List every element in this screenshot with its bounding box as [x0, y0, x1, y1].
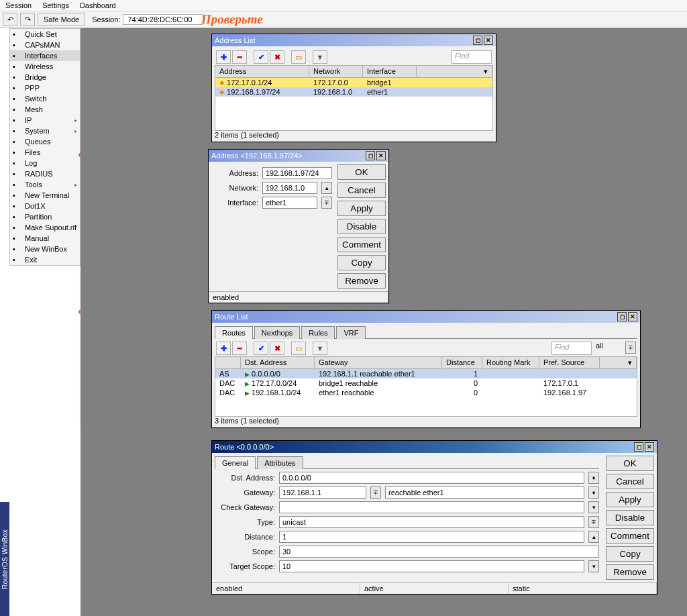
check-gateway-select[interactable] [279, 501, 584, 513]
add-button[interactable]: ✚ [216, 342, 231, 355]
sidebar-item-log[interactable]: ▪Log [10, 158, 80, 168]
filter-all-select[interactable]: all [596, 342, 624, 355]
col-routing-mark[interactable]: Routing Mark [482, 357, 539, 368]
close-icon[interactable]: ✕ [645, 442, 654, 452]
disable-button[interactable]: ✖ [270, 342, 284, 355]
sidebar-item-new-winbox[interactable]: ▪New WinBox [10, 244, 80, 254]
ok-button[interactable]: OK [337, 164, 386, 180]
interface-dropdown-icon[interactable]: ∓ [321, 197, 332, 209]
remove-button[interactable]: ━ [232, 342, 247, 355]
scope-input[interactable]: 30 [279, 546, 599, 558]
apply-button[interactable]: Apply [606, 492, 654, 507]
route-dialog-titlebar[interactable]: Route <0.0.0.0/0> ◻ ✕ [212, 441, 657, 453]
copy-button[interactable]: Copy [337, 255, 386, 270]
route-list-titlebar[interactable]: Route List ◻ ✕ [212, 311, 640, 323]
tab-rules[interactable]: Rules [301, 326, 335, 339]
tab-general[interactable]: General [215, 456, 256, 469]
enable-button[interactable]: ✔ [254, 50, 268, 64]
address-list-titlebar[interactable]: Address List ◻ ✕ [212, 34, 496, 46]
col-menu-icon[interactable]: ▾ [600, 357, 637, 368]
add-button[interactable]: ✚ [216, 50, 231, 64]
minimize-icon[interactable]: ◻ [473, 36, 482, 45]
cancel-button[interactable]: Cancel [606, 474, 654, 489]
disable-button[interactable]: Disable [606, 510, 654, 525]
menu-dashboard[interactable]: Dashboard [80, 1, 116, 9]
filter-button[interactable]: ▼ [313, 342, 327, 355]
close-icon[interactable]: ✕ [484, 36, 493, 45]
sidebar-item-partition[interactable]: ▪Partition [10, 211, 80, 222]
disable-button[interactable]: ✖ [270, 50, 284, 64]
remove-button[interactable]: ━ [232, 50, 247, 64]
sidebar-item-capsman[interactable]: ▪CAPsMAN [10, 40, 80, 50]
ok-button[interactable]: OK [606, 456, 654, 471]
col-network[interactable]: Network [309, 66, 363, 77]
menu-session[interactable]: Session [5, 1, 32, 9]
sidebar-item-ppp[interactable]: ▪PPP [10, 83, 80, 93]
sidebar-item-quick-set[interactable]: ▪Quick Set [10, 29, 80, 40]
sidebar-item-bridge[interactable]: ▪Bridge [10, 72, 80, 83]
sidebar-item-dot1x[interactable]: ▪Dot1X [10, 201, 80, 211]
sidebar-item-queues[interactable]: ▪Queues [10, 136, 80, 147]
disable-button[interactable]: Disable [337, 219, 386, 234]
sidebar-item-make-supout-rif[interactable]: ▪Make Supout.rif [10, 222, 80, 233]
route-row[interactable]: DAC▶ 172.17.0.0/24bridge1 reachable0172.… [215, 378, 637, 388]
col-address[interactable]: Address [215, 66, 309, 77]
col-dst[interactable]: Dst. Address [241, 357, 315, 368]
type-select[interactable]: unicast [279, 516, 584, 528]
route-row[interactable]: DAC▶ 192.168.1.0/24ether1 reachable0192.… [215, 388, 637, 397]
sidebar-item-switch[interactable]: ▪Switch [10, 93, 80, 104]
network-up-icon[interactable]: ▴ [321, 182, 332, 194]
sidebar-item-new-terminal[interactable]: ▪New Terminal [10, 190, 80, 201]
menu-settings[interactable]: Settings [42, 1, 69, 9]
address-input[interactable]: 192.168.1.97/24 [262, 167, 332, 179]
col-gateway[interactable]: Gateway [315, 357, 442, 368]
type-dropdown-icon[interactable]: ∓ [588, 516, 599, 528]
tab-nexthops[interactable]: Nexthops [254, 326, 300, 339]
scroll-down-icon[interactable]: ▾ [588, 560, 599, 572]
gateway-add-icon[interactable]: ♦ [588, 486, 599, 499]
sidebar-item-files[interactable]: ▪Files [10, 147, 80, 158]
col-flags[interactable] [215, 357, 241, 368]
comment-button[interactable]: ▭ [291, 342, 306, 355]
minimize-icon[interactable]: ◻ [366, 151, 375, 160]
comment-button[interactable]: Comment [337, 237, 386, 252]
address-dialog-titlebar[interactable]: Address <192.168.1.97/24> ◻ ✕ [209, 150, 388, 162]
interface-select[interactable]: ether1 [262, 197, 317, 209]
sidebar-item-interfaces[interactable]: ▪Interfaces [10, 50, 80, 61]
sidebar-item-exit[interactable]: ▪Exit [10, 254, 80, 265]
copy-button[interactable]: Copy [606, 546, 654, 562]
remove-button[interactable]: Remove [337, 273, 386, 289]
undo-button[interactable]: ↶ [3, 13, 17, 26]
target-scope-input[interactable]: 10 [279, 560, 584, 572]
remove-button[interactable]: Remove [606, 564, 654, 580]
safe-mode-button[interactable]: Safe Mode [38, 13, 85, 26]
dst-input[interactable]: 0.0.0.0/0 [279, 472, 584, 484]
filter-dropdown-icon[interactable]: ∓ [625, 342, 636, 354]
gateway-input[interactable]: 192.168.1.1 [279, 486, 366, 499]
sidebar-item-system[interactable]: ▪System▸ [10, 125, 80, 136]
filter-button[interactable]: ▼ [313, 50, 327, 64]
distance-up-icon[interactable]: ▴ [588, 531, 599, 543]
network-input[interactable]: 192.168.1.0 [262, 182, 317, 194]
close-icon[interactable]: ✕ [376, 151, 386, 160]
comment-button[interactable]: ▭ [291, 50, 306, 64]
col-menu-icon[interactable]: ▾ [417, 66, 492, 77]
close-icon[interactable]: ✕ [628, 312, 637, 321]
check-gateway-dropdown-icon[interactable]: ▾ [588, 501, 599, 513]
find-input[interactable]: Find [452, 50, 492, 64]
gateway-dropdown-icon[interactable]: ∓ [370, 486, 381, 499]
sidebar-item-manual[interactable]: ▪Manual [10, 233, 80, 244]
sidebar-item-mesh[interactable]: ▪Mesh [10, 104, 80, 115]
sidebar-item-wireless[interactable]: ▪Wireless [10, 61, 80, 72]
minimize-icon[interactable]: ◻ [617, 312, 627, 321]
sidebar-item-tools[interactable]: ▪Tools▸ [10, 179, 80, 190]
sidebar-item-radius[interactable]: ▪RADIUS [10, 168, 80, 179]
minimize-icon[interactable]: ◻ [634, 442, 643, 452]
address-row[interactable]: ✚ 192.168.1.97/24192.168.1.0ether1 [215, 87, 492, 97]
find-input[interactable]: Find [551, 342, 592, 355]
redo-button[interactable]: ↷ [20, 13, 35, 26]
col-distance[interactable]: Distance [442, 357, 482, 368]
comment-button[interactable]: Comment [606, 528, 654, 544]
tab-routes[interactable]: Routes [215, 326, 253, 339]
tab-vrf[interactable]: VRF [336, 326, 366, 339]
